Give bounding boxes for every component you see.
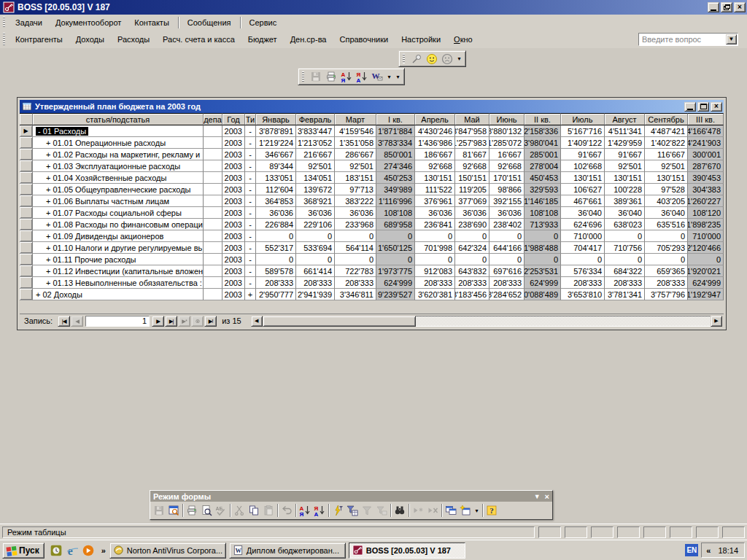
cell-year[interactable]: 2003 — [222, 242, 245, 254]
row-selector[interactable] — [20, 207, 33, 219]
cell-value[interactable]: 36'036 — [415, 207, 455, 219]
row-selector[interactable] — [20, 160, 33, 172]
cell-value[interactable]: 36'040 — [645, 207, 688, 219]
cell-name[interactable]: + 01.01 Операционные расходы — [33, 137, 204, 149]
cell-value[interactable]: 1'213'052 — [296, 137, 335, 149]
undo-icon[interactable] — [279, 503, 294, 518]
row-selector[interactable] — [20, 195, 33, 207]
toolbar-grip[interactable] — [302, 71, 304, 82]
restore-button[interactable] — [721, 2, 732, 12]
cell-value[interactable]: 278'004 — [525, 160, 561, 172]
sort-ascending-icon[interactable]: АЯ — [298, 503, 312, 518]
cell-department[interactable] — [204, 207, 222, 219]
cell-value[interactable]: 3'878'891 — [256, 125, 296, 137]
language-indicator[interactable]: EN — [685, 544, 698, 556]
save-icon[interactable] — [152, 503, 166, 518]
row-selector[interactable] — [20, 254, 33, 265]
cell-year[interactable]: 2003 — [222, 230, 245, 242]
menu-item-modules[interactable]: Бюджет — [241, 33, 284, 46]
cell-value[interactable]: 286'667 — [335, 149, 376, 160]
cancel-record-button[interactable]: ⊗ — [191, 316, 204, 327]
column-header[interactable]: Август — [605, 113, 645, 125]
chevron-down-icon[interactable]: ▼ — [534, 493, 541, 500]
cell-value[interactable]: 450'253 — [376, 172, 415, 184]
cell-value[interactable]: 701'998 — [415, 242, 455, 254]
cell-value[interactable]: 0 — [645, 254, 688, 265]
previous-record-button[interactable]: ◀ — [71, 316, 83, 327]
cell-value[interactable]: 300'001 — [688, 149, 724, 160]
cell-department[interactable] — [204, 195, 222, 207]
cell-year[interactable]: 2003 — [222, 184, 245, 195]
cell-value[interactable]: 0 — [525, 254, 561, 265]
cell-year[interactable]: 2003 — [222, 172, 245, 184]
window-close-button[interactable]: × — [711, 102, 722, 112]
menu-item-modules[interactable]: Доходы — [69, 33, 111, 46]
cell-value[interactable]: 3'833'447 — [296, 125, 335, 137]
cell-value[interactable]: 1'351'058 — [335, 137, 376, 149]
cell-value[interactable]: 36'040 — [561, 207, 605, 219]
cell-value[interactable]: 89'344 — [256, 160, 296, 172]
cell-type[interactable]: - — [245, 125, 256, 137]
table-corner[interactable] — [20, 113, 33, 125]
cell-value[interactable]: 376'961 — [415, 195, 455, 207]
sort-descending-icon[interactable]: ЯА — [355, 69, 369, 84]
cell-value[interactable]: 912'083 — [415, 265, 455, 277]
row-selector[interactable] — [20, 172, 33, 184]
cell-value[interactable]: 3'653'810 — [561, 289, 605, 300]
cell-value[interactable]: 0 — [256, 230, 296, 242]
cell-department[interactable] — [204, 149, 222, 160]
cell-value[interactable]: 36'036 — [455, 207, 489, 219]
cell-value[interactable]: 689'958 — [376, 219, 415, 230]
cell-type[interactable]: - — [245, 172, 256, 184]
cell-value[interactable]: 274'346 — [376, 160, 415, 172]
cell-value[interactable]: 4'511'341 — [605, 125, 645, 137]
row-selector[interactable] — [20, 137, 33, 149]
cell-value[interactable]: 236'841 — [415, 219, 455, 230]
cell-year[interactable]: 2003 — [222, 207, 245, 219]
cell-value[interactable]: 1'402'822 — [645, 137, 688, 149]
close-button[interactable]: × — [734, 2, 746, 12]
menu-item-modules[interactable]: Контрагенты — [9, 33, 69, 46]
cell-value[interactable]: 0 — [335, 230, 376, 242]
cell-value[interactable]: 3'183'456 — [455, 289, 489, 300]
cell-value[interactable]: 2'950'777 — [256, 289, 296, 300]
cell-value[interactable]: 383'222 — [335, 195, 376, 207]
cell-value[interactable]: 112'604 — [256, 184, 296, 195]
cell-type[interactable]: - — [245, 265, 256, 277]
quick-launch-app-icon[interactable] — [50, 544, 63, 557]
cell-value[interactable]: 1'429'959 — [605, 137, 645, 149]
internet-explorer-icon[interactable]: e — [66, 544, 79, 557]
cell-value[interactable]: 0 — [561, 254, 605, 265]
cell-value[interactable]: 3'847'958 — [455, 125, 489, 137]
cell-value[interactable]: 705'293 — [645, 242, 688, 254]
cell-name[interactable]: + 01.06 Выплаты частным лицам — [33, 195, 204, 207]
cell-value[interactable]: 238'402 — [489, 219, 525, 230]
cell-department[interactable] — [204, 242, 222, 254]
cell-name[interactable]: + 01.11 Прочие расходы — [33, 254, 204, 265]
cell-value[interactable]: 5'167'716 — [561, 125, 605, 137]
cell-value[interactable]: 329'593 — [525, 184, 561, 195]
cell-value[interactable]: 106'627 — [561, 184, 605, 195]
cell-value[interactable]: 0 — [489, 230, 525, 242]
cell-name[interactable]: + 01.07 Расходы социальной сферы — [33, 207, 204, 219]
cell-value[interactable]: 0'088'489 — [525, 289, 561, 300]
cell-value[interactable]: 36'036 — [335, 207, 376, 219]
new-record-button[interactable]: ▶* — [178, 316, 190, 327]
cell-value[interactable]: 390'453 — [688, 172, 724, 184]
cell-name[interactable]: + 01.05 Общеуправленческие расходы — [33, 184, 204, 195]
cell-value[interactable]: 1'898'235 — [688, 219, 724, 230]
cell-name[interactable]: + 01.02 Расходы на маркетинг, рекламу и — [33, 149, 204, 160]
cell-value[interactable]: 9'239'527 — [376, 289, 415, 300]
column-header[interactable]: Ти — [245, 113, 256, 125]
window-titlebar[interactable]: Утвержденный план бюджета на 2003 год × — [20, 100, 724, 113]
window-minimize-button[interactable] — [684, 102, 696, 112]
pin-icon[interactable] — [409, 52, 424, 66]
row-selector[interactable] — [20, 149, 33, 160]
cell-value[interactable]: 638'023 — [605, 219, 645, 230]
delete-record-icon[interactable] — [425, 503, 440, 518]
cell-value[interactable]: 0 — [296, 230, 335, 242]
cell-value[interactable]: 226'884 — [256, 219, 296, 230]
cell-value[interactable]: 186'667 — [415, 149, 455, 160]
cell-name[interactable]: - 01 Расходы — [33, 125, 204, 137]
column-header[interactable]: II кв. — [525, 113, 561, 125]
